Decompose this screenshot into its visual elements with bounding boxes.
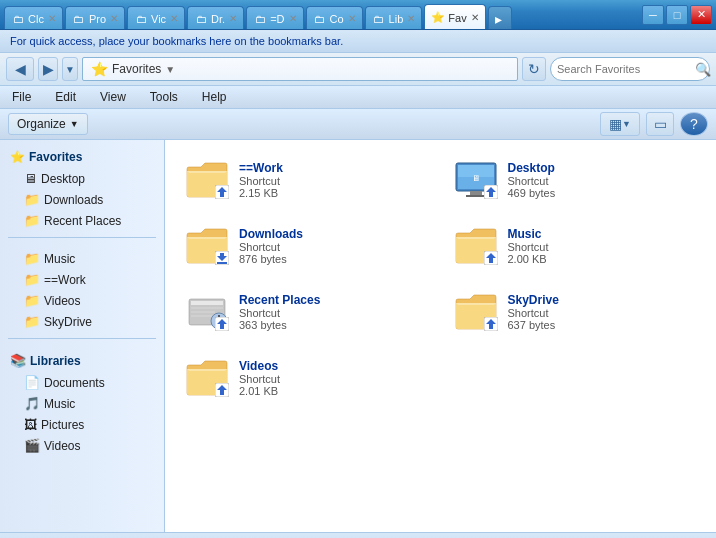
sidebar-desktop-label: Desktop (41, 172, 85, 186)
file-name-videos: Videos (239, 359, 280, 373)
tab-clc-close[interactable]: ✕ (48, 13, 56, 24)
tab-fav[interactable]: ⭐ Fav ✕ (424, 4, 485, 29)
address-bar: ◀ ▶ ▼ ⭐ Favorites ▼ ↻ 🔍 (0, 53, 716, 86)
tab-dr-close[interactable]: ✕ (229, 13, 237, 24)
file-icon-music (452, 222, 500, 270)
file-type-downloads: Shortcut (239, 241, 303, 253)
file-item-videos[interactable]: Videos Shortcut 2.01 KB (175, 348, 438, 408)
menu-help[interactable]: Help (198, 88, 231, 106)
tab-lib[interactable]: 🗀 Lib ✕ (365, 6, 423, 29)
file-item-desktop[interactable]: 🖥 Desktop Shortcut 469 bytes (444, 150, 707, 210)
file-overlay-skydrive (484, 317, 498, 334)
file-name-skydrive: SkyDrive (508, 293, 559, 307)
file-item-work[interactable]: ==Work Shortcut 2.15 KB (175, 150, 438, 210)
sidebar-item-videos[interactable]: 📁 Videos (8, 290, 160, 311)
tab-fav-close[interactable]: ✕ (471, 12, 479, 23)
file-icon-downloads (183, 222, 231, 270)
address-input[interactable]: ⭐ Favorites ▼ (82, 57, 518, 81)
sidebar-item-downloads[interactable]: 📁 Downloads (8, 189, 160, 210)
tab-dr[interactable]: 🗀 Dr. ✕ (187, 6, 244, 29)
music-folder-icon: 📁 (24, 251, 40, 266)
view-options-button[interactable]: ▦ ▼ (600, 112, 640, 136)
menu-edit[interactable]: Edit (51, 88, 80, 106)
back-button[interactable]: ◀ (6, 57, 34, 81)
sidebar-item-pictures[interactable]: 🖼 Pictures (8, 414, 160, 435)
maximize-button[interactable]: □ (666, 5, 688, 25)
sidebar-recent-label: Recent Places (44, 214, 121, 228)
tab-vic-close[interactable]: ✕ (170, 13, 178, 24)
search-box[interactable]: 🔍 (550, 57, 710, 81)
file-name-desktop: Desktop (508, 161, 556, 175)
file-name-music: Music (508, 227, 549, 241)
main-content: ⭐ Favorites 🖥 Desktop 📁 Downloads 📁 Rece… (0, 140, 716, 532)
file-item-downloads[interactable]: Downloads Shortcut 876 bytes (175, 216, 438, 276)
sidebar-item-skydrive[interactable]: 📁 SkyDrive (8, 311, 160, 332)
tab-eqd-label: =D (270, 13, 284, 25)
minimize-button[interactable]: ─ (642, 5, 664, 25)
address-dropdown-icon[interactable]: ▼ (165, 64, 175, 75)
tab-pro-close[interactable]: ✕ (110, 13, 118, 24)
tab-clc[interactable]: 🗀 Clc ✕ (4, 6, 63, 29)
sidebar-section-libraries: 📚 Libraries 📄 Documents 🎵 Music 🖼 Pictur… (0, 343, 164, 458)
close-button[interactable]: ✕ (690, 5, 712, 25)
menu-view[interactable]: View (96, 88, 130, 106)
sidebar-item-documents[interactable]: 📄 Documents (8, 372, 160, 393)
tab-lib-close[interactable]: ✕ (407, 13, 415, 24)
new-tab-icon: ▸ (495, 11, 502, 27)
sidebar-section-personal: 📁 Music 📁 ==Work 📁 Videos 📁 SkyDrive (0, 242, 164, 334)
sidebar-item-desktop[interactable]: 🖥 Desktop (8, 168, 160, 189)
tab-dr-label: Dr. (211, 13, 225, 25)
libraries-icon: 📚 (10, 353, 26, 368)
file-icon-desktop: 🖥 (452, 156, 500, 204)
sidebar-item-videos2[interactable]: 🎬 Videos (8, 435, 160, 456)
tab-eqd[interactable]: 🗀 =D ✕ (246, 6, 303, 29)
refresh-button[interactable]: ↻ (522, 57, 546, 81)
search-icon[interactable]: 🔍 (695, 62, 711, 77)
file-item-skydrive[interactable]: SkyDrive Shortcut 637 bytes (444, 282, 707, 342)
tab-eqd-close[interactable]: ✕ (289, 13, 297, 24)
file-size-skydrive: 637 bytes (508, 319, 559, 331)
sidebar-header-libraries[interactable]: 📚 Libraries (8, 349, 160, 372)
toolbar-right: ▦ ▼ ▭ ? (600, 112, 708, 136)
tab-pro[interactable]: 🗀 Pro ✕ (65, 6, 125, 29)
help-button[interactable]: ? (680, 112, 708, 136)
sidebar-item-music2[interactable]: 🎵 Music (8, 393, 160, 414)
svg-text:🖥: 🖥 (472, 174, 480, 183)
tab-co-label: Co (330, 13, 344, 25)
preview-pane-button[interactable]: ▭ (646, 112, 674, 136)
file-item-music[interactable]: Music Shortcut 2.00 KB (444, 216, 707, 276)
sidebar-item-work[interactable]: 📁 ==Work (8, 269, 160, 290)
sidebar-videos-label: Videos (44, 294, 80, 308)
file-area: ==Work Shortcut 2.15 KB 🖥 Desktop Shortc… (165, 140, 716, 532)
file-info-recent: Recent Places Shortcut 363 bytes (239, 293, 320, 331)
file-info-desktop: Desktop Shortcut 469 bytes (508, 161, 556, 199)
svg-rect-5 (470, 191, 482, 195)
file-size-desktop: 469 bytes (508, 187, 556, 199)
menu-file[interactable]: File (8, 88, 35, 106)
favorites-star-icon: ⭐ (10, 150, 25, 164)
file-type-videos: Shortcut (239, 373, 280, 385)
tab-co-close[interactable]: ✕ (348, 13, 356, 24)
forward-button[interactable]: ▶ (38, 57, 58, 81)
sidebar-item-recent[interactable]: 📁 Recent Places (8, 210, 160, 231)
organize-button[interactable]: Organize ▼ (8, 113, 88, 135)
documents-icon: 📄 (24, 375, 40, 390)
tab-new[interactable]: ▸ (488, 6, 512, 29)
sidebar-divider-2 (8, 338, 156, 339)
sidebar-videos2-label: Videos (44, 439, 80, 453)
address-text: Favorites (112, 62, 161, 76)
file-overlay-work (215, 185, 229, 202)
menu-tools[interactable]: Tools (146, 88, 182, 106)
favorites-label: Favorites (29, 150, 82, 164)
tab-co[interactable]: 🗀 Co ✕ (306, 6, 363, 29)
file-overlay-downloads (215, 251, 229, 268)
tab-eqd-icon: 🗀 (253, 12, 267, 26)
bookmarks-text: For quick access, place your bookmarks h… (10, 35, 343, 47)
sidebar-item-music[interactable]: 📁 Music (8, 248, 160, 269)
tab-vic[interactable]: 🗀 Vic ✕ (127, 6, 185, 29)
file-item-recent[interactable]: Recent Places Shortcut 363 bytes (175, 282, 438, 342)
recent-locations-button[interactable]: ▼ (62, 57, 78, 81)
search-input[interactable] (557, 63, 695, 75)
sidebar-header-favorites[interactable]: ⭐ Favorites (8, 146, 160, 168)
sidebar-pictures-label: Pictures (41, 418, 84, 432)
